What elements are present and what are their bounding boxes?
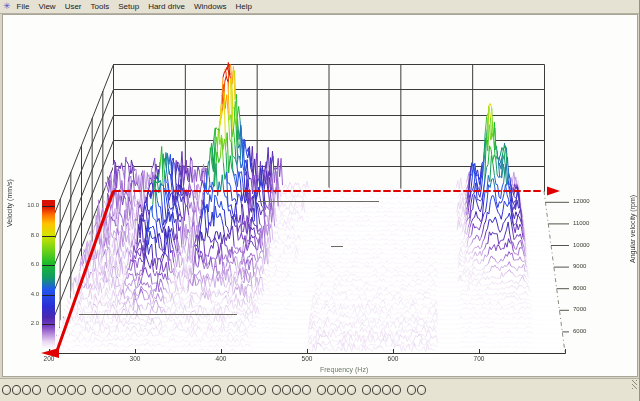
colorbar-tick-label: 2.0 — [19, 320, 39, 326]
x-axis-tick-label: 500 — [302, 355, 313, 362]
toolbar-button[interactable] — [282, 385, 291, 395]
toolbar-button-group — [137, 385, 177, 395]
toolbar-button[interactable] — [22, 385, 31, 395]
x-axis-tick-label: 200 — [44, 355, 55, 362]
toolbar-button[interactable] — [407, 385, 416, 395]
colorbar-tick — [42, 236, 55, 237]
toolbar-button[interactable] — [167, 385, 176, 395]
toolbar-button[interactable] — [2, 385, 11, 395]
z-axis-title: Angular velocity (rpm) — [629, 195, 636, 263]
toolbar-button-group — [317, 385, 357, 395]
toolbar-button[interactable] — [302, 385, 311, 395]
menu-item-file[interactable]: File — [17, 2, 30, 11]
z-axis-tick-label: 11000 — [573, 220, 589, 226]
toolbar-button[interactable] — [337, 385, 346, 395]
menu-item-hard-drive[interactable]: Hard drive — [148, 2, 185, 11]
toolbar-button-group — [47, 385, 87, 395]
z-axis-tick-label: 10000 — [573, 242, 590, 248]
z-axis-tick-label: 7000 — [573, 306, 586, 312]
toolbar-button-group — [92, 385, 132, 395]
toolbar-button[interactable] — [182, 385, 191, 395]
toolbar-button[interactable] — [157, 385, 166, 395]
toolbar-button[interactable] — [137, 385, 146, 395]
bottom-toolbar — [0, 378, 639, 401]
z-axis-tick-label: 9000 — [573, 263, 586, 269]
toolbar-button[interactable] — [372, 385, 381, 395]
toolbar-button[interactable] — [212, 385, 221, 395]
toolbar-button-group — [407, 385, 427, 395]
menu-item-windows[interactable]: Windows — [194, 2, 226, 11]
x-axis-tick-label: 400 — [216, 355, 227, 362]
toolbar-button[interactable] — [77, 385, 86, 395]
toolbar-button[interactable] — [202, 385, 211, 395]
x-axis-title: Frequency (Hz) — [320, 366, 368, 373]
window-resize-grip[interactable] — [632, 380, 637, 389]
toolbar-button[interactable] — [147, 385, 156, 395]
toolbar-button[interactable] — [247, 385, 256, 395]
toolbar-button[interactable] — [122, 385, 131, 395]
toolbar-button[interactable] — [362, 385, 371, 395]
x-axis-tick-label: 700 — [474, 355, 485, 362]
y-axis-title: Velocity (mm/s) — [6, 179, 13, 227]
menu-item-view[interactable]: View — [38, 2, 55, 11]
colorbar-legend — [42, 200, 55, 349]
app-flower-icon: ✳ — [3, 2, 11, 11]
waterfall-plot-canvas[interactable] — [3, 15, 639, 378]
toolbar-button[interactable] — [192, 385, 201, 395]
menu-item-setup[interactable]: Setup — [118, 2, 139, 11]
toolbar-button-group — [2, 385, 42, 395]
toolbar-button-group — [362, 385, 402, 395]
plot-area: Velocity (mm/s) Frequency (Hz) Angular v… — [2, 14, 638, 377]
toolbar-button[interactable] — [382, 385, 391, 395]
toolbar-button[interactable] — [272, 385, 281, 395]
menu-item-tools[interactable]: Tools — [91, 2, 110, 11]
toolbar-button[interactable] — [347, 385, 356, 395]
x-axis-tick-label: 300 — [130, 355, 141, 362]
toolbar-button[interactable] — [112, 385, 121, 395]
toolbar-button[interactable] — [292, 385, 301, 395]
colorbar-tick-label: 8.0 — [19, 232, 39, 238]
toolbar-button-group — [182, 385, 222, 395]
toolbar-button[interactable] — [227, 385, 236, 395]
colorbar-tick-label: 10.0 — [19, 202, 39, 208]
toolbar-button[interactable] — [257, 385, 266, 395]
colorbar-tick — [42, 324, 55, 325]
toolbar-button[interactable] — [317, 385, 326, 395]
menu-item-user[interactable]: User — [65, 2, 82, 11]
toolbar-button[interactable] — [327, 385, 336, 395]
menu-items: FileViewUserToolsSetupHard driveWindowsH… — [17, 2, 252, 11]
toolbar-button[interactable] — [102, 385, 111, 395]
z-axis-tick-label: 6000 — [573, 328, 586, 334]
toolbar-button[interactable] — [57, 385, 66, 395]
colorbar-tick — [42, 265, 55, 266]
colorbar-tick — [42, 206, 55, 207]
toolbar-button-group — [227, 385, 267, 395]
x-axis-tick-label: 600 — [388, 355, 399, 362]
toolbar-button[interactable] — [47, 385, 56, 395]
colorbar-tick-label: 6.0 — [19, 261, 39, 267]
toolbar-button[interactable] — [237, 385, 246, 395]
menu-item-help[interactable]: Help — [235, 2, 251, 11]
toolbar-button-group — [272, 385, 312, 395]
colorbar-tick-label: 4.0 — [19, 291, 39, 297]
toolbar-button[interactable] — [12, 385, 21, 395]
z-axis-tick-label: 8000 — [573, 285, 586, 291]
colorbar-tick — [42, 295, 55, 296]
toolbar-button[interactable] — [392, 385, 401, 395]
app-window: ✳ FileViewUserToolsSetupHard driveWindow… — [0, 0, 640, 401]
toolbar-button[interactable] — [92, 385, 101, 395]
menu-bar: ✳ FileViewUserToolsSetupHard driveWindow… — [0, 0, 639, 14]
toolbar-button[interactable] — [32, 385, 41, 395]
toolbar-button[interactable] — [67, 385, 76, 395]
z-axis-tick-label: 12000 — [573, 198, 590, 204]
toolbar-button[interactable] — [417, 385, 426, 395]
